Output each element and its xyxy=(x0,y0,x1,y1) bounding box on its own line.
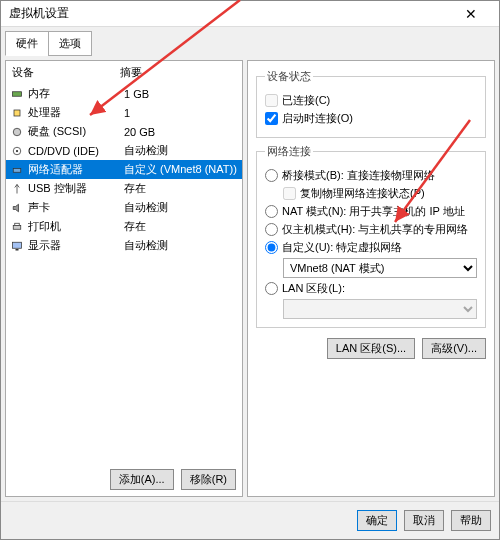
custom-radio[interactable]: 自定义(U): 特定虚拟网络 xyxy=(265,240,477,255)
display-icon xyxy=(10,239,24,253)
cancel-button[interactable]: 取消 xyxy=(404,510,444,531)
memory-icon xyxy=(10,87,24,101)
lan-segment-select[interactable] xyxy=(283,299,477,319)
hw-name: 声卡 xyxy=(28,200,124,215)
hardware-row-display[interactable]: 显示器自动检测 xyxy=(6,236,242,255)
svg-point-2 xyxy=(13,128,21,136)
hw-name: 处理器 xyxy=(28,105,124,120)
hardware-row-usb[interactable]: USB 控制器存在 xyxy=(6,179,242,198)
advanced-buttons: LAN 区段(S)... 高级(V)... xyxy=(256,338,486,359)
nat-radio[interactable]: NAT 模式(N): 用于共享主机的 IP 地址 xyxy=(265,204,477,219)
titlebar: 虚拟机设置 ✕ xyxy=(1,1,499,27)
hardware-row-memory[interactable]: 内存1 GB xyxy=(6,84,242,103)
device-status-group: 设备状态 已连接(C) 启动时连接(O) xyxy=(256,69,486,138)
hw-summary: 自动检测 xyxy=(124,238,238,253)
hw-name: 打印机 xyxy=(28,219,124,234)
sound-icon xyxy=(10,201,24,215)
hw-summary: 自动检测 xyxy=(124,143,238,158)
tab-hardware[interactable]: 硬件 xyxy=(5,31,49,56)
hw-summary: 存在 xyxy=(124,219,238,234)
device-status-legend: 设备状态 xyxy=(265,69,313,84)
network-legend: 网络连接 xyxy=(265,144,313,159)
custom-network-select[interactable]: VMnet8 (NAT 模式) xyxy=(283,258,477,278)
hw-summary: 1 xyxy=(124,107,238,119)
svg-rect-5 xyxy=(13,168,21,172)
hw-summary: 存在 xyxy=(124,181,238,196)
add-button[interactable]: 添加(A)... xyxy=(110,469,174,490)
col-summary: 摘要 xyxy=(120,65,142,80)
hardware-row-cpu[interactable]: 处理器1 xyxy=(6,103,242,122)
custom-select-wrap: VMnet8 (NAT 模式) xyxy=(283,258,477,278)
hardware-row-printer[interactable]: 打印机存在 xyxy=(6,217,242,236)
hw-summary: 自动检测 xyxy=(124,200,238,215)
hw-name: 内存 xyxy=(28,86,124,101)
hw-name: CD/DVD (IDE) xyxy=(28,145,124,157)
svg-rect-6 xyxy=(13,225,21,229)
vm-settings-dialog: 虚拟机设置 ✕ 硬件 选项 设备 摘要 内存1 GB处理器1硬盘 (SCSI)2… xyxy=(0,0,500,540)
net-icon xyxy=(10,163,24,177)
col-device: 设备 xyxy=(12,65,120,80)
hw-summary: 20 GB xyxy=(124,126,238,138)
hw-summary: 1 GB xyxy=(124,88,238,100)
tab-options[interactable]: 选项 xyxy=(48,31,92,56)
lan-select-wrap xyxy=(283,299,477,319)
usb-icon xyxy=(10,182,24,196)
printer-icon xyxy=(10,220,24,234)
replicate-checkbox[interactable]: 复制物理网络连接状态(P) xyxy=(283,186,477,201)
hardware-row-net[interactable]: 网络适配器自定义 (VMnet8 (NAT)) xyxy=(6,160,242,179)
hardware-panel: 设备 摘要 内存1 GB处理器1硬盘 (SCSI)20 GBCD/DVD (ID… xyxy=(5,60,243,497)
ok-button[interactable]: 确定 xyxy=(357,510,397,531)
hostonly-radio[interactable]: 仅主机模式(H): 与主机共享的专用网络 xyxy=(265,222,477,237)
connected-checkbox[interactable]: 已连接(C) xyxy=(265,93,477,108)
dialog-title: 虚拟机设置 xyxy=(9,5,451,22)
disk-icon xyxy=(10,125,24,139)
lan-segments-button[interactable]: LAN 区段(S)... xyxy=(327,338,415,359)
hw-name: 显示器 xyxy=(28,238,124,253)
svg-rect-0 xyxy=(13,91,22,96)
detail-panel: 设备状态 已连接(C) 启动时连接(O) 网络连接 桥接模式(B): 直接连接物… xyxy=(247,60,495,497)
help-button[interactable]: 帮助 xyxy=(451,510,491,531)
bridged-radio[interactable]: 桥接模式(B): 直接连接物理网络 xyxy=(265,168,477,183)
svg-rect-9 xyxy=(16,249,19,251)
svg-rect-1 xyxy=(14,110,20,116)
advanced-button[interactable]: 高级(V)... xyxy=(422,338,486,359)
remove-button[interactable]: 移除(R) xyxy=(181,469,236,490)
hardware-row-disk[interactable]: 硬盘 (SCSI)20 GB xyxy=(6,122,242,141)
network-group: 网络连接 桥接模式(B): 直接连接物理网络 复制物理网络连接状态(P) NAT… xyxy=(256,144,486,328)
cd-icon xyxy=(10,144,24,158)
hardware-row-cd[interactable]: CD/DVD (IDE)自动检测 xyxy=(6,141,242,160)
hw-name: 网络适配器 xyxy=(28,162,124,177)
hardware-list[interactable]: 内存1 GB处理器1硬盘 (SCSI)20 GBCD/DVD (IDE)自动检测… xyxy=(6,84,242,463)
hardware-header: 设备 摘要 xyxy=(6,61,242,84)
svg-rect-8 xyxy=(13,242,22,248)
dialog-footer: 确定 取消 帮助 xyxy=(1,501,499,539)
hardware-buttons: 添加(A)... 移除(R) xyxy=(6,463,242,496)
svg-point-4 xyxy=(16,149,18,151)
connect-power-checkbox[interactable]: 启动时连接(O) xyxy=(265,111,477,126)
lan-radio[interactable]: LAN 区段(L): xyxy=(265,281,477,296)
tab-bar: 硬件 选项 xyxy=(1,27,499,56)
content-area: 设备 摘要 内存1 GB处理器1硬盘 (SCSI)20 GBCD/DVD (ID… xyxy=(1,56,499,501)
hw-name: USB 控制器 xyxy=(28,181,124,196)
hardware-row-sound[interactable]: 声卡自动检测 xyxy=(6,198,242,217)
cpu-icon xyxy=(10,106,24,120)
close-icon[interactable]: ✕ xyxy=(451,6,491,22)
hw-summary: 自定义 (VMnet8 (NAT)) xyxy=(124,162,238,177)
hw-name: 硬盘 (SCSI) xyxy=(28,124,124,139)
svg-rect-7 xyxy=(15,223,20,225)
